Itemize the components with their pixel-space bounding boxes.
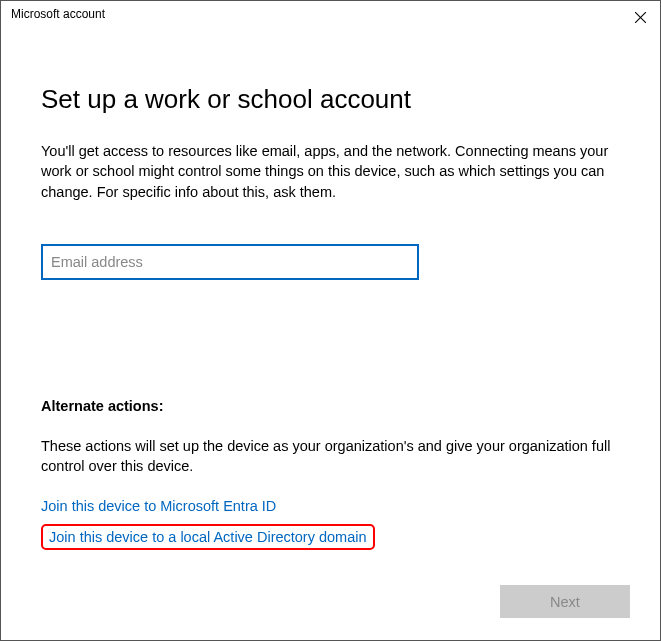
window-title: Microsoft account (11, 7, 105, 21)
join-ad-domain-link[interactable]: Join this device to a local Active Direc… (49, 529, 367, 545)
page-description: You'll get access to resources like emai… (41, 141, 620, 202)
close-icon (635, 12, 646, 23)
email-input[interactable] (41, 244, 419, 280)
next-button[interactable]: Next (500, 585, 630, 618)
alternate-actions-section: Alternate actions: These actions will se… (41, 398, 620, 551)
close-button[interactable] (630, 7, 650, 27)
alternate-actions-description: These actions will set up the device as … (41, 436, 620, 477)
join-entra-link[interactable]: Join this device to Microsoft Entra ID (41, 498, 276, 514)
page-title: Set up a work or school account (41, 84, 620, 115)
titlebar: Microsoft account (1, 1, 660, 29)
highlight-box: Join this device to a local Active Direc… (41, 524, 375, 550)
content-area: Set up a work or school account You'll g… (1, 29, 660, 550)
alternate-actions-heading: Alternate actions: (41, 398, 620, 414)
